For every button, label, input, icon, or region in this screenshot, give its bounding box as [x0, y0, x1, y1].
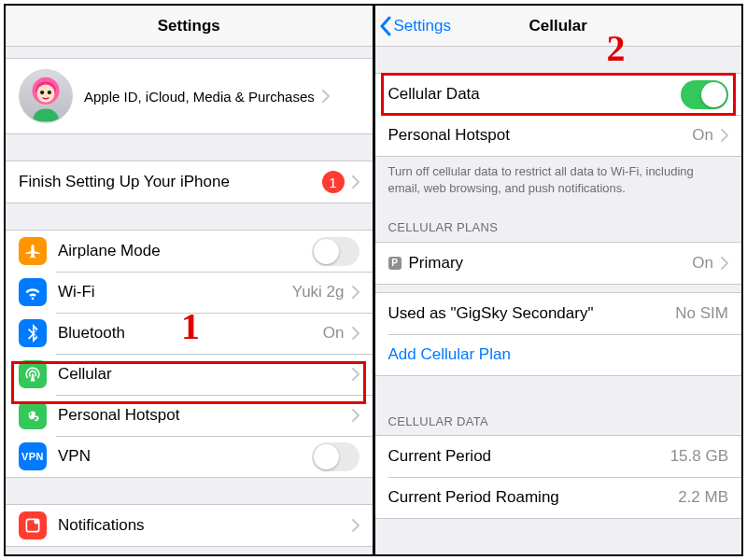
cellular-data-label: Cellular Data	[388, 85, 682, 104]
cellular-data-footer: Turn off cellular data to restrict all d…	[375, 157, 742, 203]
hotspot-icon	[19, 401, 47, 429]
chevron-right-icon	[352, 175, 359, 189]
used-as-label: Used as "GigSky Secondary"	[388, 304, 670, 323]
used-as-row[interactable]: Used as "GigSky Secondary" No SIM	[375, 293, 742, 334]
chevron-right-icon	[352, 409, 359, 422]
airplane-icon	[19, 237, 47, 265]
personal-hotspot-value: On	[692, 126, 713, 145]
chevron-right-icon	[322, 90, 330, 103]
roaming-label: Current Period Roaming	[388, 488, 673, 507]
navbar-left: Settings	[6, 6, 373, 47]
vpn-toggle[interactable]	[312, 442, 359, 471]
wifi-label: Wi-Fi	[58, 283, 287, 301]
hotspot-row[interactable]: Personal Hotspot	[6, 395, 373, 436]
badge-count: 1	[322, 171, 345, 193]
personal-hotspot-label: Personal Hotspot	[388, 126, 687, 145]
bluetooth-row[interactable]: Bluetooth On	[6, 313, 373, 354]
cellular-scroll[interactable]: Cellular Data Personal Hotspot On Turn o…	[375, 47, 742, 554]
apple-id-row[interactable]: Apple ID, iCloud, Media & Purchases	[6, 59, 373, 133]
finish-setup-label: Finish Setting Up Your iPhone	[19, 173, 317, 191]
chevron-right-icon	[352, 519, 359, 532]
primary-plan-value: On	[692, 254, 713, 273]
wifi-icon	[19, 278, 47, 306]
chevron-right-icon	[352, 368, 359, 381]
settings-panel: Settings	[6, 6, 373, 554]
notifications-icon	[19, 511, 47, 539]
svg-point-5	[34, 519, 39, 525]
hotspot-label: Personal Hotspot	[58, 406, 345, 425]
wifi-row[interactable]: Wi-Fi Yuki 2g	[6, 272, 373, 313]
settings-scroll[interactable]: Apple ID, iCloud, Media & Purchases Fini…	[6, 47, 373, 554]
chevron-right-icon	[721, 129, 728, 142]
primary-badge-icon: P	[388, 257, 402, 270]
svg-point-2	[40, 91, 44, 94]
svg-point-3	[48, 91, 51, 94]
vpn-row[interactable]: VPN VPN	[6, 436, 373, 477]
current-period-roaming-row: Current Period Roaming 2.2 MB	[375, 477, 742, 518]
cellular-icon	[19, 360, 47, 388]
primary-plan-row[interactable]: P Primary On	[375, 243, 742, 284]
chevron-right-icon	[352, 286, 359, 299]
vpn-label: VPN	[58, 447, 312, 466]
add-cellular-plan-label: Add Cellular Plan	[388, 345, 729, 364]
finish-setup-row[interactable]: Finish Setting Up Your iPhone 1	[6, 161, 373, 203]
vpn-icon: VPN	[19, 442, 47, 470]
roaming-value: 2.2 MB	[678, 488, 728, 507]
cellular-data-header: Cellular Data	[375, 376, 742, 436]
back-button[interactable]: Settings	[379, 16, 451, 36]
svg-point-1	[36, 84, 54, 102]
add-cellular-plan-row[interactable]: Add Cellular Plan	[375, 334, 742, 375]
bluetooth-value: On	[323, 324, 345, 343]
personal-hotspot-row[interactable]: Personal Hotspot On	[375, 115, 742, 156]
avatar	[19, 69, 73, 123]
cellular-plans-header: Cellular Plans	[375, 203, 742, 242]
cellular-data-toggle[interactable]	[681, 80, 728, 109]
cellular-panel: Settings Cellular Cellular Data Personal…	[375, 6, 742, 554]
chevron-right-icon	[721, 257, 728, 270]
bluetooth-label: Bluetooth	[58, 324, 317, 343]
wifi-value: Yuki 2g	[292, 283, 345, 301]
notifications-label: Notifications	[58, 516, 345, 535]
bluetooth-icon	[19, 319, 47, 347]
apple-id-label: Apple ID, iCloud, Media & Purchases	[84, 89, 315, 105]
current-period-value: 15.8 GB	[670, 447, 728, 466]
back-label: Settings	[394, 17, 451, 35]
page-title: Cellular	[529, 17, 587, 35]
airplane-label: Airplane Mode	[58, 242, 312, 260]
notifications-row[interactable]: Notifications	[6, 505, 373, 546]
current-period-row: Current Period 15.8 GB	[375, 436, 742, 477]
chevron-right-icon	[352, 327, 359, 340]
cellular-data-row[interactable]: Cellular Data	[375, 74, 742, 115]
primary-plan-label: Primary	[409, 254, 687, 273]
airplane-mode-row[interactable]: Airplane Mode	[6, 231, 373, 272]
cellular-row[interactable]: Cellular	[6, 354, 373, 395]
used-as-value: No SIM	[675, 304, 728, 323]
airplane-toggle[interactable]	[312, 237, 359, 266]
navbar-right: Settings Cellular	[375, 6, 742, 47]
cellular-label: Cellular	[58, 365, 345, 384]
page-title: Settings	[158, 17, 220, 35]
current-period-label: Current Period	[388, 447, 665, 466]
